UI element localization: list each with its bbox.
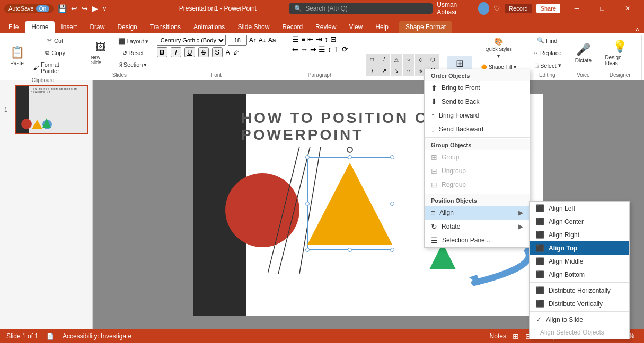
send-backward-item[interactable]: ↓ Send Backward — [425, 122, 530, 136]
paste-button[interactable]: 📋 Paste — [5, 43, 29, 68]
shape-line[interactable]: / — [378, 54, 390, 65]
favorites-icon[interactable]: ♡ — [493, 4, 500, 13]
share-button[interactable]: Share — [536, 4, 560, 13]
maximize-button[interactable]: □ — [590, 0, 614, 17]
distribute-v-item[interactable]: ⬛ Distribute Vertically — [530, 297, 629, 310]
section-button[interactable]: §Section ▾ — [115, 59, 152, 70]
select-button[interactable]: ⬚ Select ▾ — [530, 60, 564, 71]
distribute-h-item[interactable]: ⬛ Distribute Horizontally — [530, 284, 629, 297]
design-ideas-button[interactable]: 💡 Design Ideas — [602, 38, 638, 68]
find-button[interactable]: 🔍 Find — [530, 35, 564, 46]
tab-file[interactable]: File — [2, 21, 25, 33]
rotate-item[interactable]: ↻ Rotate ▶ — [425, 220, 530, 233]
dictate-button[interactable]: 🎤 Dictate — [571, 41, 595, 66]
line-spacing-icon[interactable]: ↕ — [324, 35, 328, 43]
tab-insert[interactable]: Insert — [55, 21, 83, 33]
search-box[interactable]: 🔍 Search (Alt+Q) — [289, 3, 433, 14]
slide-thumbnail-1[interactable]: HOW TO POSITION OBJECTS IN POWERPOINT — [15, 85, 88, 134]
save-icon[interactable]: 💾 — [58, 4, 67, 13]
replace-button[interactable]: ↔ Replace — [530, 48, 564, 58]
decrease-font-icon[interactable]: A↓ — [259, 37, 266, 44]
bring-forward-item[interactable]: ↑ Bring Forward — [425, 109, 530, 122]
align-center-item[interactable]: ⬛ Align Center — [530, 215, 629, 228]
smartart-icon[interactable]: ⟳ — [342, 45, 348, 53]
new-slide-button[interactable]: 🖼 New Slide — [87, 39, 113, 67]
bold-button[interactable]: B — [157, 47, 167, 57]
align-right-item[interactable]: ⬛ Align Right — [530, 228, 629, 241]
align-right-icon[interactable]: ➡ — [310, 45, 316, 53]
align-middle-item[interactable]: ⬛ Align Middle — [530, 255, 629, 268]
font-name-select[interactable]: Century Gothic (Body) — [157, 35, 226, 46]
notes-button[interactable]: Notes — [490, 332, 506, 340]
rotate-handle[interactable] — [347, 147, 353, 153]
slide-info: Slide 1 of 1 — [6, 332, 38, 340]
autosave-toggle[interactable]: AutoSave On — [4, 4, 54, 13]
selection-pane-item[interactable]: ☰ Selection Pane... — [425, 233, 530, 247]
record-button[interactable]: Record — [505, 4, 532, 13]
shape-6[interactable]: ⟩ — [366, 65, 378, 76]
align-center-icon[interactable]: ↔ — [301, 45, 308, 53]
tab-draw[interactable]: Draw — [83, 21, 111, 33]
shadow-button[interactable]: S — [212, 47, 223, 57]
shape-5[interactable]: ⬡ — [427, 54, 439, 65]
align-item[interactable]: ≡ Align ▶ — [425, 206, 530, 220]
cut-button[interactable]: ✂ Cut — [30, 35, 81, 46]
tab-slideshow[interactable]: Slide Show — [231, 21, 276, 33]
view-normal-icon[interactable]: ⊞ — [513, 332, 519, 340]
justify-icon[interactable]: ☰ — [319, 45, 325, 53]
shape-tri[interactable]: △ — [391, 54, 402, 65]
shape-circle[interactable]: ○ — [403, 54, 414, 65]
tab-record[interactable]: Record — [276, 21, 309, 33]
text-direction-icon[interactable]: ↕ — [328, 45, 331, 53]
bring-to-front-item[interactable]: ⬆ Bring to Front — [425, 81, 530, 95]
accessibility-status[interactable]: Accessibility: Investigate — [63, 332, 131, 340]
copy-button[interactable]: ⧉ Copy — [30, 47, 81, 58]
increase-font-icon[interactable]: A↑ — [249, 37, 257, 44]
shape-7[interactable]: ↗ — [378, 65, 390, 76]
tab-home[interactable]: Home — [25, 21, 55, 33]
decrease-indent-icon[interactable]: ⇤ — [307, 35, 314, 43]
customize-icon[interactable]: ∨ — [102, 5, 107, 12]
tab-shape-format[interactable]: Shape Format — [399, 21, 452, 33]
increase-indent-icon[interactable]: ⇥ — [316, 35, 322, 43]
format-painter-button[interactable]: 🖌 Format Painter — [30, 59, 81, 76]
tab-animations[interactable]: Animations — [187, 21, 231, 33]
tab-view[interactable]: View — [342, 21, 369, 33]
font-color-icon[interactable]: A — [226, 49, 230, 56]
shape-4[interactable]: ◇ — [415, 54, 427, 65]
align-bottom-item[interactable]: ⬛ Align Bottom — [530, 268, 629, 281]
shape-rect[interactable]: □ — [366, 54, 378, 65]
tab-transitions[interactable]: Transitions — [144, 21, 187, 33]
align-left-icon[interactable]: ⬅ — [292, 45, 298, 53]
notes-toggle-icon[interactable]: 📄 — [47, 333, 54, 340]
undo-icon[interactable]: ↩ — [71, 4, 77, 13]
align-top-item[interactable]: ⬛ Align Top — [530, 241, 629, 255]
align-text-icon[interactable]: ⊤ — [333, 45, 340, 53]
font-size-input[interactable] — [228, 35, 247, 46]
numbering-button[interactable]: ≡ — [301, 35, 305, 43]
distribute-h-icon: ⬛ — [536, 286, 544, 294]
bullets-button[interactable]: ☰ — [292, 35, 299, 43]
columns-icon[interactable]: ⊟ — [330, 35, 337, 43]
strikethrough-button[interactable]: S̶ — [198, 47, 209, 57]
tab-review[interactable]: Review — [309, 21, 342, 33]
present-icon[interactable]: ▶ — [92, 4, 98, 13]
redo-icon[interactable]: ↪ — [82, 4, 88, 13]
shape-8[interactable]: ↘ — [391, 65, 402, 76]
underline-button[interactable]: U — [184, 47, 195, 57]
layout-button[interactable]: ⬛Layout ▾ — [115, 36, 152, 47]
quick-styles-button[interactable]: 🎨 Quick Styles ▾ — [474, 35, 523, 61]
reset-button[interactable]: ↺Reset — [115, 48, 152, 59]
align-left-item[interactable]: ⬛ Align Left — [530, 202, 629, 215]
highlight-color-icon[interactable]: 🖊 — [233, 49, 240, 56]
tab-design[interactable]: Design — [111, 21, 143, 33]
tab-help[interactable]: Help — [369, 21, 395, 33]
send-to-back-item[interactable]: ⬇ Send to Back — [425, 95, 530, 109]
close-button[interactable]: ✕ — [615, 0, 640, 17]
collapse-ribbon-icon[interactable]: ∧ — [635, 25, 640, 33]
minimize-button[interactable]: ─ — [564, 0, 589, 17]
clear-format-icon[interactable]: Aa — [268, 37, 276, 44]
shape-9[interactable]: ↔ — [403, 65, 414, 76]
italic-button[interactable]: I — [171, 47, 181, 57]
align-to-slide-item[interactable]: ✓ Align to Slide — [530, 313, 629, 326]
